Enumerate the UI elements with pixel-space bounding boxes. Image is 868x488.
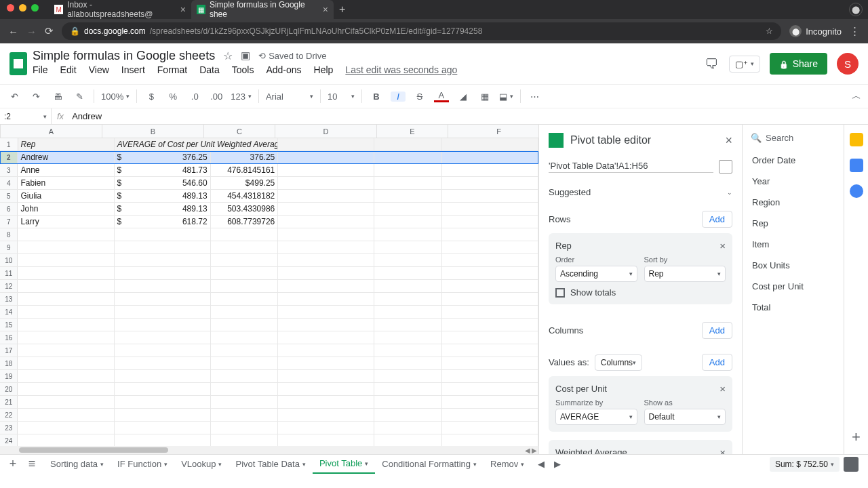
row-header[interactable]: 3 bbox=[0, 164, 18, 176]
remove-icon[interactable]: × bbox=[719, 447, 726, 454]
cell[interactable] bbox=[374, 331, 442, 344]
move-icon[interactable]: ▣ bbox=[241, 49, 250, 62]
cell[interactable] bbox=[18, 409, 114, 421]
cell[interactable] bbox=[278, 177, 374, 189]
cell[interactable] bbox=[211, 422, 279, 434]
cell[interactable] bbox=[211, 241, 279, 253]
cell[interactable]: $481.73 bbox=[115, 164, 211, 176]
cell[interactable] bbox=[115, 293, 211, 305]
cell[interactable]: $618.72 bbox=[115, 216, 211, 228]
cell[interactable] bbox=[278, 138, 374, 150]
cell[interactable] bbox=[374, 434, 442, 446]
cell[interactable] bbox=[374, 228, 442, 241]
cell[interactable] bbox=[278, 267, 374, 279]
cell[interactable] bbox=[442, 190, 538, 202]
name-box[interactable]: :2▾ bbox=[0, 108, 52, 124]
cell[interactable] bbox=[211, 306, 279, 318]
add-sheet-button[interactable]: + bbox=[5, 457, 20, 471]
cell[interactable] bbox=[18, 396, 114, 408]
row-header[interactable]: 15 bbox=[0, 319, 18, 331]
menu-insert[interactable]: Insert bbox=[121, 64, 145, 75]
keep-icon[interactable] bbox=[850, 133, 863, 146]
show-as-select[interactable]: Default▾ bbox=[644, 409, 726, 425]
field-item[interactable]: Box Units bbox=[743, 255, 844, 276]
sheet-tab[interactable]: Remov ▾ bbox=[484, 455, 531, 474]
cell[interactable] bbox=[211, 383, 279, 395]
cell[interactable] bbox=[115, 409, 211, 421]
back-icon[interactable]: ← bbox=[8, 26, 18, 37]
field-item[interactable]: Item bbox=[743, 234, 844, 255]
percent-icon[interactable]: % bbox=[165, 92, 180, 102]
cell[interactable]: 454.4318182 bbox=[211, 190, 279, 202]
cell[interactable] bbox=[18, 319, 114, 331]
calendar-icon[interactable] bbox=[850, 159, 863, 172]
menu-tools[interactable]: Tools bbox=[232, 64, 254, 75]
cell[interactable] bbox=[278, 241, 374, 253]
add-rows-button[interactable]: Add bbox=[702, 211, 732, 228]
cell[interactable] bbox=[18, 370, 114, 382]
menu-help[interactable]: Help bbox=[314, 64, 334, 75]
menu-view[interactable]: View bbox=[89, 64, 109, 75]
cell[interactable] bbox=[442, 396, 538, 408]
cell[interactable] bbox=[211, 409, 279, 421]
cell[interactable] bbox=[18, 280, 114, 292]
cell[interactable] bbox=[115, 370, 211, 382]
cell[interactable] bbox=[211, 370, 279, 382]
cell[interactable] bbox=[18, 254, 114, 266]
cell[interactable] bbox=[115, 434, 211, 446]
sheet-tab[interactable]: Pivot Table Data ▾ bbox=[229, 455, 312, 474]
cell[interactable]: John bbox=[18, 203, 114, 215]
present-button[interactable]: ▢⁺▾ bbox=[729, 56, 760, 73]
sheet-tab[interactable]: Pivot Table ▾ bbox=[313, 455, 375, 474]
cell[interactable] bbox=[278, 228, 374, 241]
row-header[interactable]: 16 bbox=[0, 331, 18, 344]
window-zoom[interactable] bbox=[31, 4, 39, 12]
formula-input[interactable]: Andrew bbox=[69, 111, 868, 121]
cell[interactable] bbox=[278, 319, 374, 331]
select-range-icon[interactable] bbox=[719, 160, 732, 174]
add-addon-icon[interactable]: + bbox=[852, 428, 861, 446]
cell[interactable] bbox=[374, 370, 442, 382]
cell[interactable] bbox=[115, 254, 211, 266]
remove-icon[interactable]: × bbox=[719, 240, 726, 251]
menu-icon[interactable]: ⋮ bbox=[850, 25, 860, 37]
cell[interactable] bbox=[374, 293, 442, 305]
cell[interactable] bbox=[278, 254, 374, 266]
cell[interactable] bbox=[278, 190, 374, 202]
star-icon[interactable]: ☆ bbox=[766, 26, 773, 36]
cell[interactable] bbox=[115, 306, 211, 318]
cell[interactable] bbox=[115, 396, 211, 408]
cell[interactable] bbox=[211, 228, 279, 241]
row-header[interactable]: 19 bbox=[0, 370, 18, 382]
cell[interactable] bbox=[442, 319, 538, 331]
cell[interactable] bbox=[278, 422, 374, 434]
fill-color-button[interactable]: ◢ bbox=[456, 92, 471, 102]
reload-icon[interactable]: ⟳ bbox=[45, 25, 54, 37]
cell[interactable] bbox=[374, 396, 442, 408]
browser-tab[interactable]: M Inbox - allaboutspreadsheets@ × bbox=[49, 0, 191, 19]
row-header[interactable]: 20 bbox=[0, 383, 18, 395]
cell[interactable] bbox=[278, 306, 374, 318]
cell[interactable] bbox=[18, 357, 114, 369]
share-button[interactable]: Share bbox=[770, 53, 827, 75]
cell[interactable]: AVERAGE of Cost per Unit Weighted Averag… bbox=[115, 138, 278, 150]
cell[interactable] bbox=[442, 370, 538, 382]
cell[interactable] bbox=[211, 254, 279, 266]
cell[interactable]: Larry bbox=[18, 216, 114, 228]
url-field[interactable]: 🔒 docs.google.com/spreadsheets/d/1kZz96p… bbox=[62, 22, 781, 40]
row-header[interactable]: 12 bbox=[0, 280, 18, 292]
tab-close-icon[interactable]: × bbox=[323, 4, 328, 15]
cell[interactable] bbox=[442, 216, 538, 228]
cell[interactable] bbox=[115, 280, 211, 292]
show-totals-checkbox[interactable]: Show totals bbox=[555, 287, 726, 298]
cell[interactable]: Anne bbox=[18, 164, 114, 176]
column-header[interactable]: A bbox=[1, 125, 102, 138]
cell[interactable] bbox=[374, 409, 442, 421]
column-header[interactable]: F bbox=[448, 125, 538, 138]
cell[interactable] bbox=[442, 241, 538, 253]
font-select[interactable]: Arial▾ bbox=[266, 92, 313, 102]
cell[interactable] bbox=[278, 331, 374, 344]
cell[interactable] bbox=[211, 344, 279, 357]
borders-button[interactable]: ▦ bbox=[477, 92, 492, 102]
field-item[interactable]: Year bbox=[743, 171, 844, 192]
